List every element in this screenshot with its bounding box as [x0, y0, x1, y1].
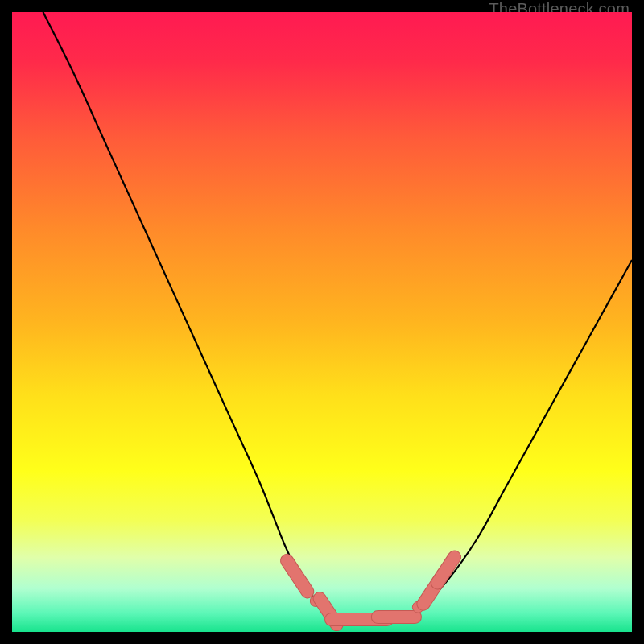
bottleneck-chart — [12, 12, 632, 632]
gradient-background — [12, 12, 632, 632]
plot-area — [12, 12, 632, 632]
chart-frame: TheBottleneck.com — [0, 0, 644, 644]
